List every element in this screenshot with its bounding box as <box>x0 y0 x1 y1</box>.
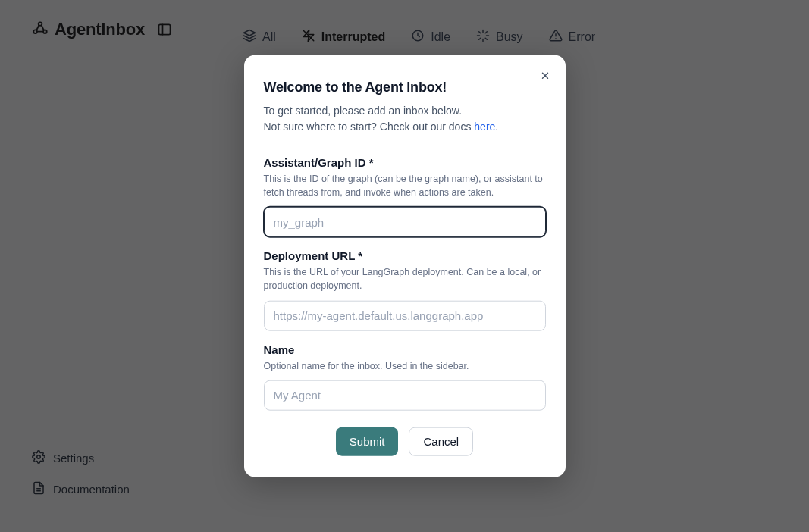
add-inbox-form: Assistant/Graph ID * This is the ID of t… <box>264 156 546 456</box>
modal-intro-line2-prefix: Not sure where to start? Check out our d… <box>264 120 475 133</box>
close-button[interactable] <box>537 67 553 86</box>
graph-id-input[interactable] <box>264 207 546 237</box>
graph-id-label: Assistant/Graph ID * <box>264 156 546 169</box>
deployment-url-input[interactable] <box>264 300 546 330</box>
name-input[interactable] <box>264 380 546 410</box>
modal-intro-line2-suffix: . <box>495 120 498 133</box>
submit-button[interactable]: Submit <box>336 427 399 455</box>
name-description: Optional name for the inbox. Used in the… <box>264 358 546 372</box>
welcome-modal: Welcome to the Agent Inbox! To get start… <box>244 55 566 477</box>
name-label: Name <box>264 343 546 355</box>
deployment-url-description: This is the URL of your LangGraph deploy… <box>264 265 546 293</box>
modal-title: Welcome to the Agent Inbox! <box>264 80 546 95</box>
modal-subtitle: To get started, please add an inbox belo… <box>264 103 546 135</box>
graph-id-description: This is the ID of the graph (can be the … <box>264 172 546 199</box>
cancel-button[interactable]: Cancel <box>409 427 473 455</box>
deployment-url-label: Deployment URL * <box>264 249 546 262</box>
docs-link[interactable]: here <box>474 120 495 133</box>
modal-intro-line1: To get started, please add an inbox belo… <box>264 105 463 117</box>
